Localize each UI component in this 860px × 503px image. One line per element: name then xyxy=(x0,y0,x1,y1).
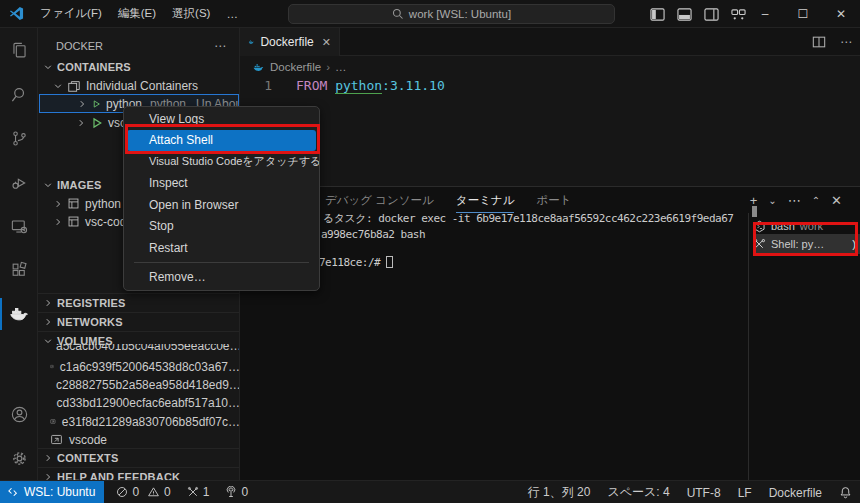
tree-volume-row[interactable]: cd33bd12900ecfac6eabf517a10… xyxy=(38,393,240,412)
remote-explorer-icon[interactable] xyxy=(0,204,38,248)
tree-individual-containers[interactable]: Individual Containers xyxy=(38,76,240,95)
tab-terminal[interactable]: ターミナル xyxy=(456,193,515,213)
editor-more-icon[interactable]: ⋯ xyxy=(840,35,852,49)
panel-more-icon[interactable]: ⋯ xyxy=(788,193,801,208)
code-line[interactable]: FROM python:3.11.10 xyxy=(296,78,445,93)
image-icon xyxy=(67,215,80,228)
tree-volume-row[interactable]: vscode xyxy=(38,430,240,449)
docker-view-icon[interactable] xyxy=(0,292,38,336)
indentation[interactable]: スペース: 4 xyxy=(607,484,669,501)
chevron-right-icon xyxy=(43,472,53,480)
container-running-icon xyxy=(92,98,101,110)
menu-more[interactable]: … xyxy=(218,8,246,20)
activity-bar xyxy=(0,28,38,480)
section-networks[interactable]: NETWORKS xyxy=(38,312,240,331)
run-debug-icon[interactable] xyxy=(0,160,38,204)
chevron-right-icon xyxy=(43,317,53,327)
section-containers[interactable]: CONTAINERS xyxy=(38,57,240,76)
menu-item-stop[interactable]: Stop xyxy=(124,216,319,238)
minimize-button[interactable]: – xyxy=(746,7,784,21)
bell-icon[interactable] xyxy=(839,486,852,499)
container-group-icon xyxy=(67,79,81,93)
cursor-position[interactable]: 行 1、列 20 xyxy=(528,484,591,501)
dockerfile-icon xyxy=(252,61,265,74)
section-registries[interactable]: REGISTRIES xyxy=(38,293,240,312)
account-icon[interactable] xyxy=(0,392,38,436)
code-keyword: FROM xyxy=(296,78,327,93)
remote-icon xyxy=(7,486,19,498)
volume-icon xyxy=(50,360,54,373)
customize-layout-icon[interactable] xyxy=(731,7,746,22)
toggle-secondary-sidebar-icon[interactable] xyxy=(704,7,719,22)
search-view-icon[interactable] xyxy=(0,72,38,116)
volume-icon xyxy=(50,433,63,446)
source-control-icon[interactable] xyxy=(0,116,38,160)
code-image-tag: :3.11.10 xyxy=(382,78,445,93)
command-center-search[interactable]: work [WSL: Ubuntu] xyxy=(288,4,615,24)
annotation-box-attach-shell xyxy=(125,124,320,154)
search-icon xyxy=(392,8,404,20)
toggle-panel-icon[interactable] xyxy=(677,7,692,22)
code-image-name: python xyxy=(335,78,382,94)
maximize-button[interactable]: ☐ xyxy=(784,7,822,21)
chevron-down-icon xyxy=(53,81,63,91)
eol[interactable]: LF xyxy=(738,486,752,500)
menu-item-attach-vscode[interactable]: Visual Studio Codeをアタッチする xyxy=(124,151,319,173)
menu-item-remove[interactable]: Remove… xyxy=(124,267,319,289)
ports-indicator[interactable]: 0 xyxy=(225,485,248,499)
line-number: 1 xyxy=(258,78,272,93)
tab-ports[interactable]: ポート xyxy=(536,193,571,208)
toggle-sidebar-icon[interactable] xyxy=(650,7,665,22)
terminal-line: るタスク: docker exec -it 6b9e17e118ce8aaf56… xyxy=(323,211,733,226)
encoding[interactable]: UTF-8 xyxy=(687,486,721,500)
problems-indicator[interactable]: 0 0 xyxy=(116,485,170,499)
breadcrumb[interactable]: Dockerfile › … xyxy=(240,56,860,78)
chevron-right-icon xyxy=(53,217,63,227)
panel-close-icon[interactable]: ✕ xyxy=(831,193,842,208)
tasks-indicator[interactable]: 1 xyxy=(187,485,210,499)
tree-volume-row[interactable]: a5cacb0401b5c04af055eeacc0e… xyxy=(38,344,240,355)
editor-tab-bar: Dockerfile ✕ ⋯ xyxy=(240,28,860,56)
terminal-prompt: 7e118ce:/# xyxy=(319,256,393,269)
vscode-window: ファイル(F) 編集(E) 選択(S) … ← → work [WSL: Ubu… xyxy=(0,0,860,503)
panel-maximize-icon[interactable]: ⌃ xyxy=(812,195,820,206)
image-icon xyxy=(67,197,80,210)
extensions-icon[interactable] xyxy=(0,248,38,292)
terminal-dropdown-icon[interactable]: ⌄ xyxy=(768,195,776,206)
vscode-logo xyxy=(0,6,32,21)
menu-file[interactable]: ファイル(F) xyxy=(32,6,110,21)
tree-volume-row[interactable]: c28882755b2a58ea958d418ed9… xyxy=(38,375,240,394)
menu-item-inspect[interactable]: Inspect xyxy=(124,173,319,195)
sidebar-more-icon[interactable]: ⋯ xyxy=(214,39,226,53)
tab-debug-console[interactable]: デバッグ コンソール xyxy=(325,193,434,208)
menu-separator xyxy=(134,262,309,263)
chevron-right-icon xyxy=(76,118,86,128)
settings-gear-icon[interactable] xyxy=(0,436,38,480)
chevron-right-icon xyxy=(43,453,53,463)
language-mode[interactable]: Dockerfile xyxy=(769,486,822,500)
menu-item-restart[interactable]: Restart xyxy=(124,237,319,259)
menu-item-open-browser[interactable]: Open in Browser xyxy=(124,194,319,216)
chevron-right-icon xyxy=(43,298,53,308)
sidebar-title: DOCKER xyxy=(56,40,103,52)
tab-close-icon[interactable]: ✕ xyxy=(322,36,331,49)
menu-edit[interactable]: 編集(E) xyxy=(110,6,164,21)
chevron-right-icon xyxy=(53,199,63,209)
chevron-down-icon xyxy=(43,180,53,190)
explorer-icon[interactable] xyxy=(0,28,38,72)
tree-volume-row[interactable]: c1a6c939f520064538d8c03a67… xyxy=(38,357,240,376)
container-running-icon xyxy=(91,117,103,129)
section-help[interactable]: HELP AND FEEDBACK xyxy=(38,467,240,480)
title-bar: ファイル(F) 編集(E) 選択(S) … ← → work [WSL: Ubu… xyxy=(0,0,860,28)
remote-indicator[interactable]: WSL: Ubuntu xyxy=(0,481,104,503)
warning-icon xyxy=(147,486,160,498)
section-contexts[interactable]: CONTEXTS xyxy=(38,448,240,467)
error-icon xyxy=(116,486,128,498)
tree-volume-row[interactable]: e31f8d21289a830706b85df07c… xyxy=(38,412,240,431)
menu-selection[interactable]: 選択(S) xyxy=(164,6,218,21)
close-button[interactable]: ✕ xyxy=(822,7,860,21)
tab-dockerfile[interactable]: Dockerfile ✕ xyxy=(240,28,340,56)
split-editor-icon[interactable] xyxy=(812,35,826,49)
chevron-down-icon xyxy=(43,62,53,72)
volume-icon xyxy=(50,415,56,428)
